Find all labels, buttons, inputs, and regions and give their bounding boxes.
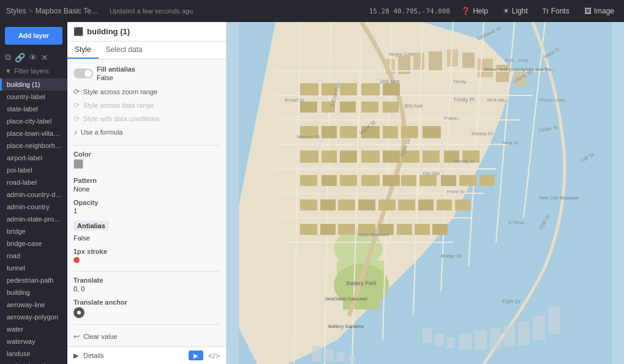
image-button[interactable]: 🖼 Image [581, 6, 618, 17]
stroke-color[interactable] [73, 257, 80, 263]
svg-rect-84 [338, 199, 355, 210]
svg-text:3rd Ave: 3rd Ave [404, 103, 423, 109]
layer-item[interactable]: building [0, 286, 67, 299]
breadcrumb-styles[interactable]: Styles [6, 7, 26, 15]
layer-item[interactable]: poi-label [0, 164, 67, 176]
fonts-button[interactable]: Tt Fonts [539, 6, 573, 17]
eye-icon[interactable]: 👁 [29, 53, 37, 62]
filter-icon: ▼ [5, 67, 12, 75]
layer-item[interactable]: admin-state-province [0, 213, 67, 225]
svg-rect-83 [320, 199, 336, 210]
svg-rect-96 [397, 224, 412, 235]
svg-rect-42 [504, 325, 515, 346]
style-conditions-btn[interactable]: ⟳ Style with data conditions [73, 112, 220, 125]
layer-item[interactable]: place-city-label [0, 115, 67, 127]
layer-item[interactable]: building (1) [0, 78, 67, 91]
layer-item[interactable]: road-label [0, 176, 67, 188]
layer-item[interactable]: pedestrian-path [0, 274, 67, 286]
filter-row: ▼ Filter layers [0, 65, 67, 78]
layer-item[interactable]: water [0, 323, 67, 335]
layer-item[interactable]: waterway [0, 335, 67, 347]
panel-title: building (1) [87, 27, 220, 36]
pattern-label: Pattern [73, 177, 220, 184]
svg-rect-65 [340, 150, 357, 163]
svg-rect-74 [340, 175, 357, 186]
toggle-icon: ▶ [194, 352, 198, 359]
layer-item[interactable]: admin-country-disputed [0, 188, 67, 201]
translate-label: Translate [73, 277, 220, 284]
translate-value: 0, 0 [73, 285, 220, 292]
add-layer-button[interactable]: Add layer [5, 27, 62, 45]
svg-text:Murray St: Murray St [453, 158, 475, 164]
svg-rect-64 [321, 150, 337, 163]
link-icon[interactable]: 🔗 [15, 53, 25, 62]
delete-icon[interactable]: ✕ [41, 53, 48, 62]
svg-text:Old Slip: Old Slip [423, 171, 440, 176]
style-panel: ⬛ building (1) Style Select data Fill an… [67, 22, 227, 364]
breadcrumb: Styles > Mapbox Basic Te... [6, 7, 97, 15]
translate-anchor-control[interactable] [73, 307, 85, 318]
layers-list[interactable]: building (1)country-labelstate-labelplac… [0, 78, 67, 364]
color-swatch[interactable] [73, 159, 83, 169]
svg-rect-69 [423, 150, 440, 163]
svg-rect-40 [475, 331, 487, 349]
map-coords: 15.28 40.705,-74.008 [369, 7, 450, 15]
layer-item[interactable]: airport-label [0, 152, 67, 164]
layer-item[interactable]: country-label [0, 91, 67, 103]
svg-rect-76 [383, 175, 400, 186]
layer-item[interactable]: place-town-village-hamle... [0, 127, 67, 139]
color-section: Color [73, 150, 220, 171]
opacity-value: 1 [73, 207, 220, 215]
light-button[interactable]: ☀ Light [499, 6, 532, 17]
code-button[interactable]: </> [208, 351, 220, 360]
svg-text:AKA Wa...: AKA Wa... [487, 97, 509, 103]
layer-item[interactable]: road [0, 250, 67, 262]
style-data-btn[interactable]: ⟳ Style across data range [73, 98, 220, 112]
divider-1 [73, 145, 220, 146]
layers-sidebar: Add layer ⧉ 🔗 👁 ✕ ▼ Filter layers buildi… [0, 22, 67, 364]
translate-anchor-label: Translate anchor [73, 299, 220, 306]
formula-btn[interactable]: ♪ Use a formula [73, 125, 220, 139]
clear-value-btn[interactable]: ↩ Clear value [73, 330, 220, 343]
help-button[interactable]: ❓ Help [457, 6, 492, 17]
conditions-icon: ⟳ [73, 114, 80, 123]
svg-rect-85 [358, 199, 375, 210]
layer-item[interactable]: place-neighborhood-sub... [0, 139, 67, 152]
svg-rect-81 [479, 175, 495, 186]
svg-rect-48 [300, 102, 317, 113]
layer-item[interactable]: tunnel [0, 262, 67, 274]
style-zoom-label: Style across zoom range [83, 88, 157, 95]
layer-item[interactable]: landuse [0, 347, 67, 360]
tab-style[interactable]: Style [67, 42, 99, 59]
svg-rect-53 [383, 83, 400, 95]
tab-select-data[interactable]: Select data [99, 42, 150, 59]
style-zoom-btn[interactable]: ⟳ Style across zoom range [73, 85, 220, 98]
svg-rect-98 [432, 224, 448, 235]
data-icon: ⟳ [73, 101, 80, 110]
opacity-label: Opacity [73, 199, 220, 206]
svg-rect-80 [459, 175, 476, 186]
copy-icon[interactable]: ⧉ [5, 52, 11, 62]
layer-item[interactable]: national_park [0, 360, 67, 364]
fill-antialias-toggle[interactable] [73, 69, 93, 78]
svg-text:Front St: Front St [447, 189, 465, 195]
layer-item[interactable]: aeroway-line [0, 299, 67, 311]
map-view[interactable]: 3rd Ave 2nd Ave Trinity Pl Battery Park … [227, 22, 624, 364]
breadcrumb-theme[interactable]: Mapbox Basic Te... [36, 7, 97, 15]
svg-rect-44 [533, 316, 545, 340]
svg-text:ANew York (county/city and Re.: ANew York (county/city and Re... [484, 67, 555, 72]
layer-item[interactable]: state-label [0, 103, 67, 115]
fill-antialias-label: Fill antialias [97, 65, 135, 73]
layer-item[interactable]: aeroway-polygon [0, 311, 67, 323]
svg-rect-82 [300, 199, 317, 210]
layer-item[interactable]: admin-country [0, 201, 67, 213]
svg-text:SeaGlass Carousel: SeaGlass Carousel [325, 296, 367, 302]
image-icon: 🖼 [584, 7, 592, 15]
layer-item[interactable]: bridge [0, 225, 67, 237]
toggle-knob [85, 70, 92, 77]
svg-text:Broad St: Broad St [285, 97, 304, 103]
formula-label: Use a formula [81, 128, 122, 136]
layer-item[interactable]: bridge-case [0, 237, 67, 250]
svg-rect-43 [518, 322, 529, 345]
details-toggle-button[interactable]: ▶ [189, 351, 203, 360]
